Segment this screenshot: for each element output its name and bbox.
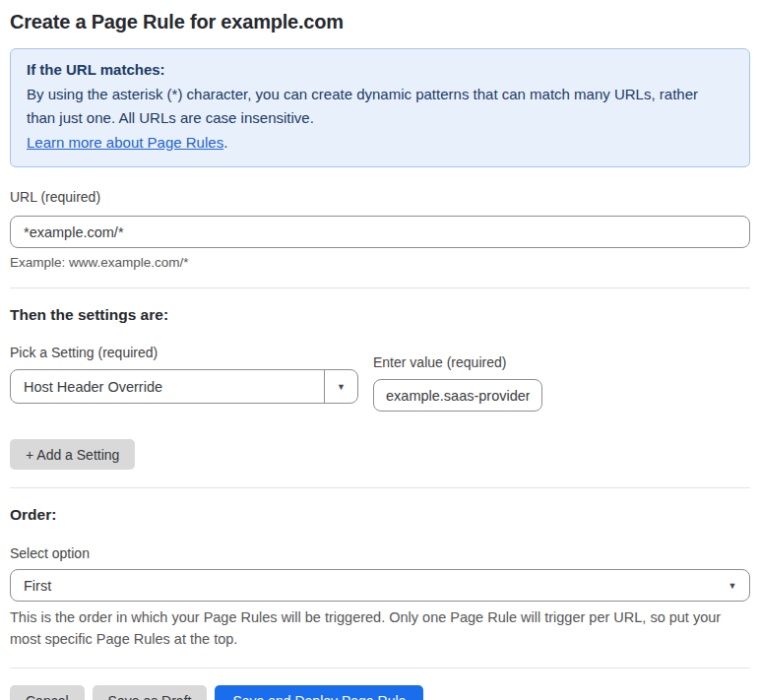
save-deploy-button[interactable]: Save and Deploy Page Rule <box>215 685 423 700</box>
order-select[interactable]: First ▼ <box>10 569 750 602</box>
order-select-value: First <box>11 578 51 594</box>
enter-value-label: Enter value (required) <box>373 354 542 370</box>
divider <box>10 487 750 488</box>
url-helper-text: Example: www.example.com/* <box>10 255 750 270</box>
info-link-line: Learn more about Page Rules. <box>27 131 733 156</box>
footer-actions: Cancel Save as Draft Save and Deploy Pag… <box>10 685 750 700</box>
url-input[interactable] <box>10 216 750 248</box>
pick-setting-label: Pick a Setting (required) <box>10 345 358 360</box>
create-page-rule-form: Create a Page Rule for example.com If th… <box>0 0 760 700</box>
setting-value-input[interactable] <box>373 379 542 412</box>
learn-more-link[interactable]: Learn more about Page Rules <box>27 134 223 151</box>
order-section-heading: Order: <box>10 506 750 524</box>
chevron-down-icon: ▼ <box>716 581 749 591</box>
url-matches-info-box: If the URL matches: By using the asteris… <box>10 48 750 167</box>
cancel-button[interactable]: Cancel <box>10 685 85 700</box>
url-label: URL (required) <box>10 189 750 205</box>
settings-section-heading: Then the settings are: <box>10 306 750 324</box>
info-box-heading: If the URL matches: <box>27 58 733 83</box>
info-box-body: By using the asterisk (*) character, you… <box>27 83 706 131</box>
order-select-label: Select option <box>10 545 750 561</box>
setting-select-value: Host Header Override <box>11 379 162 395</box>
setting-select[interactable]: Host Header Override ▼ <box>10 369 358 404</box>
order-helper-text: This is the order in which your Page Rul… <box>10 606 750 650</box>
pick-setting-column: Pick a Setting (required) Host Header Ov… <box>10 345 358 412</box>
divider <box>10 668 750 668</box>
divider <box>10 287 750 288</box>
chevron-down-icon[interactable]: ▼ <box>324 370 357 403</box>
link-period: . <box>223 134 227 151</box>
setting-row: Pick a Setting (required) Host Header Ov… <box>10 345 750 412</box>
page-title: Create a Page Rule for example.com <box>10 9 750 34</box>
add-setting-button[interactable]: + Add a Setting <box>10 439 135 470</box>
enter-value-column: Enter value (required) <box>373 345 542 412</box>
save-draft-button[interactable]: Save as Draft <box>93 685 208 700</box>
